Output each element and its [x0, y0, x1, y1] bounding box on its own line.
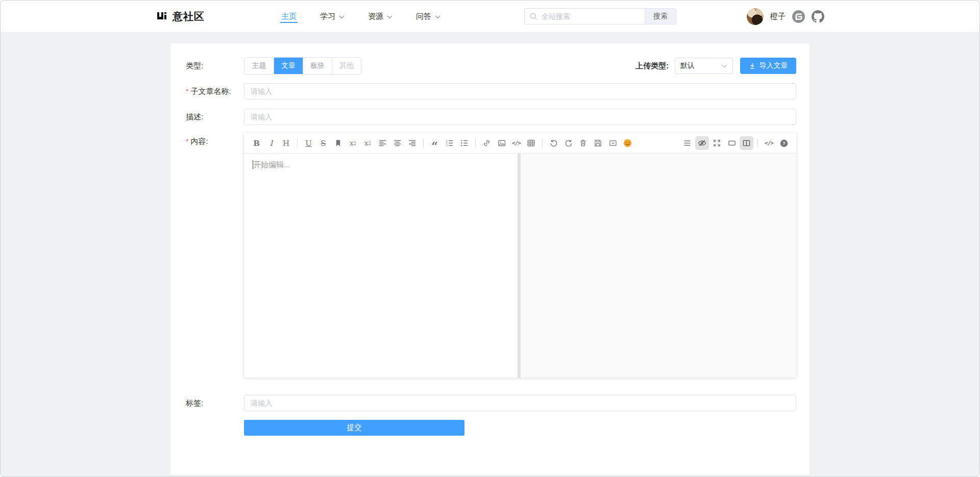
quote-icon[interactable]: “: [428, 136, 442, 150]
description-label: 描述:: [186, 109, 244, 125]
type-label: 类型:: [186, 58, 244, 74]
type-option-topic[interactable]: 主题: [244, 58, 274, 74]
align-right-icon[interactable]: [405, 136, 419, 150]
image-icon[interactable]: [495, 136, 508, 150]
editor-preview-pane: [521, 154, 796, 378]
chevron-down-icon: [435, 15, 440, 19]
nav-item-resources[interactable]: 资源: [368, 1, 393, 33]
trash-icon[interactable]: [576, 136, 590, 150]
upload-type-select[interactable]: 默认: [675, 58, 733, 74]
header-icon[interactable]: H: [279, 136, 293, 150]
strikethrough-icon[interactable]: S: [316, 136, 330, 150]
divider: [475, 139, 476, 147]
search-input[interactable]: [542, 12, 640, 20]
yi-logo: [156, 10, 168, 22]
type-segmented-control: 主题 文章 板块 其他: [244, 57, 361, 74]
upload-type-label: 上传类型:: [635, 61, 669, 71]
download-icon: [749, 62, 756, 69]
markdown-editor: B I H U S x2 x2 “ 123: [244, 133, 796, 378]
site-search: 搜索: [524, 8, 676, 24]
content-label: *内容:: [186, 133, 244, 149]
mark-icon[interactable]: [331, 136, 345, 150]
subscript-icon[interactable]: x2: [361, 136, 375, 150]
magnifier-icon: [530, 13, 537, 20]
top-navbar: 意社区 主页 学习 资源 问答 搜索: [1, 1, 979, 33]
type-row: 类型: 主题 文章 板块 其他 上传类型: 默认: [170, 43, 810, 74]
preview-toggle-icon[interactable]: [695, 136, 709, 150]
divider: [297, 139, 298, 147]
editor-toolbar-right: </> ?: [680, 136, 791, 150]
required-mark: *: [186, 87, 188, 95]
svg-text:?: ?: [782, 140, 786, 146]
editor-input-pane[interactable]: 开始编辑...: [244, 154, 518, 378]
username[interactable]: 橙子: [770, 12, 786, 21]
source-code-icon[interactable]: </>: [762, 136, 776, 150]
type-option-board[interactable]: 板块: [303, 58, 332, 74]
chevron-down-icon: [721, 64, 727, 68]
emoji-icon[interactable]: [621, 136, 634, 150]
nav-item-qa[interactable]: 问答: [416, 1, 440, 33]
import-article-button[interactable]: 导入文章: [740, 58, 796, 74]
editor-panes: 开始编辑...: [244, 154, 796, 378]
type-option-article[interactable]: 文章: [274, 58, 303, 74]
redo-icon[interactable]: [561, 136, 575, 150]
divider: [757, 139, 758, 147]
submit-button[interactable]: 提交: [244, 420, 464, 436]
svg-text:3: 3: [446, 144, 448, 147]
table-icon[interactable]: [524, 136, 538, 150]
superscript-icon[interactable]: x2: [346, 136, 360, 150]
chevron-down-icon: [387, 15, 393, 19]
editor-toolbar: B I H U S x2 x2 “ 123: [244, 133, 796, 154]
main-nav: 主页 学习 资源 问答: [281, 1, 440, 33]
submit-row: 提交: [170, 420, 810, 436]
content-row: *内容: B I H U S x2 x2: [170, 133, 810, 378]
sub-article-name-input[interactable]: [244, 83, 796, 99]
type-option-other[interactable]: 其他: [332, 58, 361, 74]
nav-item-home[interactable]: 主页: [281, 1, 297, 33]
italic-icon[interactable]: I: [264, 136, 278, 150]
link-icon[interactable]: [480, 136, 494, 150]
split-mode-icon[interactable]: [740, 136, 753, 150]
divider: [423, 139, 424, 147]
outline-icon[interactable]: [680, 136, 694, 150]
code-icon[interactable]: </>: [509, 136, 523, 150]
name-row: *子文章名称:: [170, 83, 810, 99]
brand-name: 意社区: [173, 10, 205, 23]
github-icon[interactable]: [812, 10, 824, 23]
gitee-icon[interactable]: [792, 10, 805, 23]
article-form-card: 类型: 主题 文章 板块 其他 上传类型: 默认: [170, 43, 810, 475]
description-row: 描述:: [170, 109, 810, 125]
fullscreen-icon[interactable]: [710, 136, 724, 150]
brand[interactable]: 意社区: [156, 10, 205, 23]
help-icon[interactable]: ?: [777, 136, 791, 150]
save-icon[interactable]: [591, 136, 605, 150]
read-mode-icon[interactable]: [725, 136, 739, 150]
divider: [542, 139, 543, 147]
user-area: 橙子: [747, 8, 824, 25]
tags-label: 标签:: [186, 395, 244, 411]
chevron-down-icon: [339, 15, 345, 19]
required-mark: *: [186, 137, 188, 145]
align-left-icon[interactable]: [376, 136, 389, 150]
tags-input[interactable]: [244, 395, 796, 411]
undo-icon[interactable]: [547, 136, 560, 150]
underline-icon[interactable]: U: [302, 136, 315, 150]
unordered-list-icon[interactable]: [457, 136, 471, 150]
description-input[interactable]: [244, 109, 796, 125]
browser-window: 意社区 主页 学习 资源 问答 搜索: [0, 0, 980, 477]
tags-row: 标签:: [170, 395, 810, 411]
align-center-icon[interactable]: [390, 136, 404, 150]
bold-icon[interactable]: B: [250, 136, 263, 150]
avatar[interactable]: [747, 8, 764, 25]
export-icon[interactable]: [606, 136, 620, 150]
editor-placeholder: 开始编辑...: [253, 160, 290, 169]
search-button[interactable]: 搜索: [645, 8, 676, 24]
name-label: *子文章名称:: [186, 83, 244, 99]
ordered-list-icon[interactable]: 123: [443, 136, 456, 150]
nav-item-learn[interactable]: 学习: [320, 1, 345, 33]
